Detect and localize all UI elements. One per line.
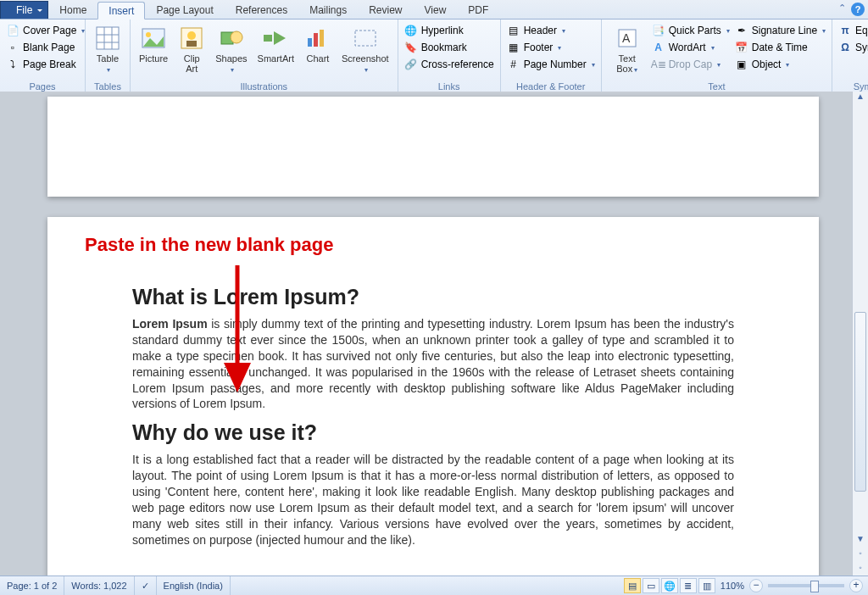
hyperlink-icon: 🌐 [404,24,418,37]
cross-reference-button[interactable]: 🔗 Cross-reference [402,57,497,72]
blank-page-button[interactable]: ▫ Blank Page [3,40,87,55]
next-page-icon[interactable]: ◦ [853,563,868,576]
bookmark-button[interactable]: 🔖 Bookmark [402,40,497,55]
zoom-percent[interactable]: 110% [721,581,744,591]
doc-heading-2: Why do we use it? [132,420,734,445]
hyperlink-label: Hyperlink [421,25,464,36]
signature-line-icon: ✒ [735,24,748,37]
svg-point-8 [187,31,196,40]
smartart-icon [262,25,289,52]
hyperlink-button[interactable]: 🌐 Hyperlink [402,23,497,38]
status-bar: Page: 1 of 2 Words: 1,022 ✓ English (Ind… [0,576,868,595]
quick-parts-button[interactable]: 📑 Quick Parts▾ [649,23,732,38]
svg-rect-9 [186,41,197,47]
symbol-button[interactable]: Ω Symbol▾ [836,40,868,55]
group-pages: 📄 Cover Page▾ ▫ Blank Page ⤵ Page Break … [0,19,86,92]
view-web-layout-button[interactable]: 🌐 [661,578,678,593]
scroll-thumb[interactable] [854,312,866,492]
drop-cap-label: Drop Cap [669,58,712,70]
cover-page-icon: 📄 [6,24,19,37]
object-button[interactable]: ▣ Object▾ [732,57,828,72]
equation-button[interactable]: π Equation▾ [836,23,868,38]
annotation-text: Paste in the new blank page [85,234,333,256]
date-time-button[interactable]: 📅 Date & Time [732,40,828,55]
tab-home[interactable]: Home [48,1,97,19]
object-icon: ▣ [735,58,748,71]
date-time-label: Date & Time [752,42,808,53]
tab-review[interactable]: Review [358,1,413,19]
svg-point-6 [146,32,151,37]
view-outline-button[interactable]: ≣ [680,578,697,593]
group-symbols: π Equation▾ Ω Symbol▾ Symbols [832,19,868,92]
clipart-label-2: Art [186,64,198,74]
cross-reference-icon: 🔗 [404,58,418,71]
zoom-in-button[interactable]: + [849,579,863,592]
chart-button[interactable]: Chart [299,21,337,64]
group-illustrations: Picture ClipArt Shapes▾ SmartArt [131,19,398,92]
shapes-label: Shapes [215,53,247,64]
text-box-button[interactable]: A TextBox▾ [605,21,649,75]
tab-file[interactable]: File [0,1,48,19]
group-header-footer: ▤ Header▾ ▦ Footer▾ # Page Number▾ Heade… [501,19,602,92]
wordart-icon: A [652,41,665,54]
equation-icon: π [838,24,852,37]
header-button[interactable]: ▤ Header▾ [504,23,598,38]
tab-references[interactable]: References [225,1,298,19]
view-print-layout-button[interactable]: ▤ [624,578,641,593]
signature-line-button[interactable]: ✒ Signature Line▾ [732,23,828,38]
screenshot-label: Screenshot [342,53,389,64]
page-break-button[interactable]: ⤵ Page Break [3,57,87,72]
picture-button[interactable]: Picture [134,21,173,64]
minimize-ribbon-icon[interactable]: ⌃ [836,3,848,14]
zoom-slider[interactable] [768,584,844,587]
view-full-screen-button[interactable]: ▭ [643,578,659,593]
smartart-label: SmartArt [258,53,294,64]
prev-page-icon[interactable]: ◦ [853,548,868,562]
screenshot-button[interactable]: Screenshot▾ [337,21,394,75]
doc-paragraph-2: It is a long established fact that a rea… [132,452,734,548]
page-break-icon: ⤵ [6,58,19,71]
shapes-button[interactable]: Shapes▾ [210,21,252,75]
scroll-up-icon[interactable]: ▲ [853,92,868,105]
status-words[interactable]: Words: 1,022 [64,576,134,595]
status-page[interactable]: Page: 1 of 2 [0,576,64,595]
symbol-icon: Ω [838,41,852,54]
status-language[interactable]: English (India) [157,576,231,595]
footer-label: Footer [524,42,554,53]
page-1-bottom[interactable] [47,97,819,197]
view-draft-button[interactable]: ▥ [698,578,715,593]
scroll-down-icon[interactable]: ▼ [853,534,868,548]
tab-page-layout[interactable]: Page Layout [145,1,224,19]
drop-cap-button[interactable]: A≣ Drop Cap▾ [649,57,732,72]
group-links-label: Links [402,81,497,92]
group-links: 🌐 Hyperlink 🔖 Bookmark 🔗 Cross-reference… [398,19,501,92]
tab-insert[interactable]: Insert [97,2,145,19]
zoom-out-button[interactable]: − [749,579,763,592]
cross-reference-label: Cross-reference [421,58,494,70]
drop-cap-icon: A≣ [652,58,665,71]
tab-mailings[interactable]: Mailings [298,1,358,19]
text-box-label-2: Box [616,64,632,74]
header-label: Header [524,25,557,36]
smartart-button[interactable]: SmartArt [253,21,299,64]
shapes-icon [218,25,245,52]
vertical-scrollbar[interactable]: ▲ ▼ ◦ ◦ [852,92,868,576]
cover-page-button[interactable]: 📄 Cover Page▾ [3,23,87,38]
clipart-button[interactable]: ClipArt [173,21,210,74]
page-2[interactable]: What is Lorem Ipsum? Lorem Ipsum is simp… [47,217,819,576]
wordart-button[interactable]: A WordArt▾ [649,40,732,55]
status-proofing[interactable]: ✓ [135,576,157,595]
svg-rect-15 [314,33,318,47]
bookmark-label: Bookmark [421,42,467,53]
bookmark-icon: 🔖 [404,41,418,54]
zoom-slider-thumb[interactable] [810,581,819,592]
svg-rect-17 [355,31,376,46]
page-number-button[interactable]: # Page Number▾ [504,57,598,72]
tab-view[interactable]: View [414,1,458,19]
tab-pdf[interactable]: PDF [457,1,499,19]
help-icon[interactable]: ? [851,3,865,16]
footer-button[interactable]: ▦ Footer▾ [504,40,598,55]
group-header-footer-label: Header & Footer [504,81,598,92]
chart-label: Chart [307,53,330,64]
table-button[interactable]: Table▾ [89,21,126,75]
